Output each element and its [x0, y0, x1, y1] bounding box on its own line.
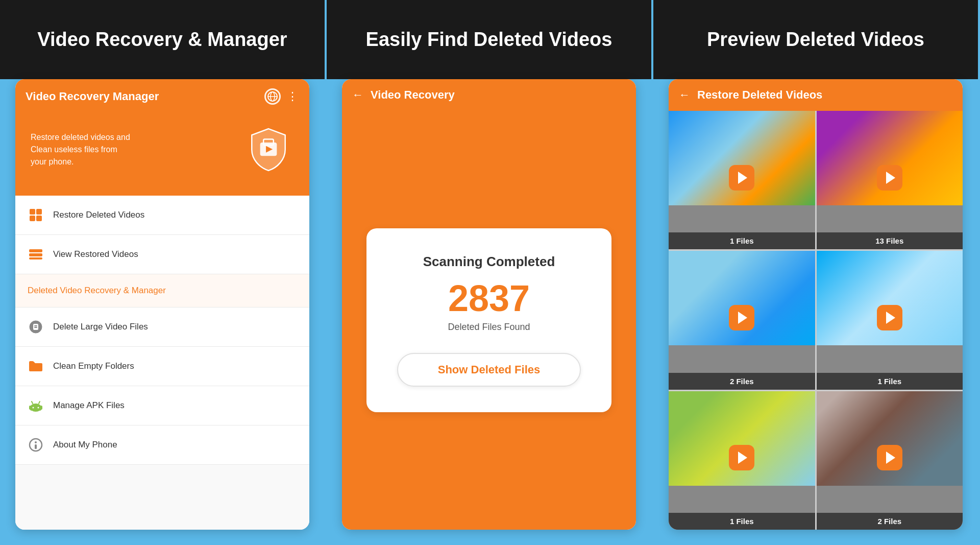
- svg-line-22: [39, 401, 40, 404]
- panel-3-title: Preview Deleted Videos: [707, 29, 924, 51]
- svg-rect-6: [30, 209, 35, 215]
- scan-card: Scanning Completed 2837 Deleted Files Fo…: [366, 228, 611, 412]
- view-icon: [28, 246, 44, 263]
- panel-3-header: Preview Deleted Videos: [653, 0, 978, 79]
- menu-label-deleted: Deleted Video Recovery & Manager: [28, 286, 166, 296]
- scan-completed-label: Scanning Completed: [397, 254, 581, 270]
- header-icons: ⋮: [264, 88, 299, 105]
- app-header-1: Video Recovery Manager ⋮: [15, 79, 309, 114]
- menu-label-apk: Manage APK Files: [53, 400, 125, 411]
- hero-section: Restore deleted videos and Clean useless…: [15, 114, 309, 196]
- svg-rect-9: [36, 216, 42, 221]
- play-btn-4: [877, 305, 902, 330]
- android-icon: [28, 397, 44, 414]
- video-thumb-3[interactable]: 2 Files: [669, 251, 815, 389]
- panel-3: Preview Deleted Videos ← Restore Deleted…: [653, 0, 980, 545]
- panel-1-header: Video Recovery & Manager: [0, 0, 325, 79]
- play-btn-1: [729, 165, 754, 191]
- panel-1: Video Recovery & Manager Video Recovery …: [0, 0, 327, 545]
- scan-body: Scanning Completed 2837 Deleted Files Fo…: [342, 111, 636, 530]
- back-arrow-icon[interactable]: ←: [352, 88, 363, 102]
- app-title-1: Video Recovery Manager: [26, 90, 159, 103]
- video-thumb-2[interactable]: 13 Files: [817, 111, 963, 249]
- menu-list: Restore Deleted Videos View Restored Vid…: [15, 196, 309, 530]
- menu-label-about: About My Phone: [53, 440, 117, 450]
- folder-icon: [28, 358, 44, 374]
- scan-count: 2837: [397, 280, 581, 317]
- about-icon: [28, 437, 44, 453]
- svg-rect-10: [29, 249, 42, 252]
- menu-item-large[interactable]: Delete Large Video Files: [15, 307, 309, 347]
- phone-screen-2: ← Video Recovery Scanning Completed 2837…: [342, 79, 636, 530]
- menu-item-apk[interactable]: Manage APK Files: [15, 386, 309, 425]
- menu-item-view[interactable]: View Restored Videos: [15, 235, 309, 274]
- menu-label-view: View Restored Videos: [53, 249, 138, 259]
- panel-2: Easily Find Deleted Videos ← Video Recov…: [327, 0, 653, 545]
- thumb-label-1: 1 Files: [669, 232, 815, 249]
- menu-item-about[interactable]: About My Phone: [15, 425, 309, 465]
- menu-item-restore[interactable]: Restore Deleted Videos: [15, 196, 309, 235]
- hero-text: Restore deleted videos and Clean useless…: [31, 131, 133, 168]
- svg-rect-7: [36, 209, 42, 215]
- svg-rect-18: [30, 406, 41, 411]
- svg-rect-15: [34, 325, 37, 326]
- svg-rect-24: [40, 406, 42, 410]
- video-thumb-1[interactable]: 1 Files: [669, 111, 815, 249]
- thumb-label-4: 1 Files: [817, 373, 963, 390]
- app-header-3: ← Restore Deleted Videos: [669, 79, 963, 111]
- phone-screen-3: ← Restore Deleted Videos 1 Files 13 File…: [669, 79, 963, 530]
- svg-rect-12: [29, 257, 42, 259]
- svg-rect-11: [29, 253, 42, 256]
- menu-item-deleted[interactable]: Deleted Video Recovery & Manager: [15, 274, 309, 307]
- restore-icon: [28, 207, 44, 223]
- scan-subtitle: Deleted Files Found: [397, 322, 581, 333]
- phone-screen-1: Video Recovery Manager ⋮ Restore deleted…: [15, 79, 309, 530]
- menu-item-folders[interactable]: Clean Empty Folders: [15, 347, 309, 386]
- svg-rect-8: [30, 216, 35, 221]
- video-thumb-5[interactable]: 1 Files: [669, 391, 815, 530]
- thumb-label-5: 1 Files: [669, 513, 815, 530]
- svg-point-19: [33, 407, 34, 409]
- app-title-2: Video Recovery: [371, 88, 455, 102]
- more-options-icon[interactable]: ⋮: [287, 90, 299, 103]
- svg-rect-16: [34, 327, 37, 328]
- video-grid: 1 Files 13 Files 2 Files 1 Files: [669, 111, 963, 530]
- world-icon[interactable]: [264, 88, 281, 105]
- play-btn-2: [877, 165, 902, 191]
- video-thumb-6[interactable]: 2 Files: [817, 391, 963, 530]
- play-btn-6: [877, 445, 902, 470]
- app-header-2: ← Video Recovery: [342, 79, 636, 111]
- panel-2-header: Easily Find Deleted Videos: [327, 0, 651, 79]
- panel-1-title: Video Recovery & Manager: [37, 29, 287, 51]
- play-btn-3: [729, 305, 754, 330]
- app-title-3: Restore Deleted Videos: [697, 88, 822, 102]
- panel-2-title: Easily Find Deleted Videos: [366, 29, 612, 51]
- svg-line-21: [32, 401, 33, 404]
- thumb-label-2: 13 Files: [817, 232, 963, 249]
- back-arrow-icon-3[interactable]: ←: [679, 88, 690, 102]
- svg-rect-27: [35, 444, 37, 449]
- menu-label-large: Delete Large Video Files: [53, 322, 148, 332]
- svg-point-20: [38, 407, 39, 409]
- play-btn-5: [729, 445, 754, 470]
- menu-label-folders: Clean Empty Folders: [53, 361, 134, 371]
- video-thumb-4[interactable]: 1 Files: [817, 251, 963, 389]
- thumb-label-6: 2 Files: [817, 513, 963, 530]
- show-deleted-button[interactable]: Show Deleted Files: [397, 353, 581, 387]
- svg-rect-23: [29, 406, 31, 410]
- thumb-label-3: 2 Files: [669, 373, 815, 390]
- menu-label-restore: Restore Deleted Videos: [53, 210, 144, 220]
- svg-point-26: [35, 441, 37, 443]
- shield-icon: [243, 124, 294, 175]
- large-files-icon: [28, 319, 44, 335]
